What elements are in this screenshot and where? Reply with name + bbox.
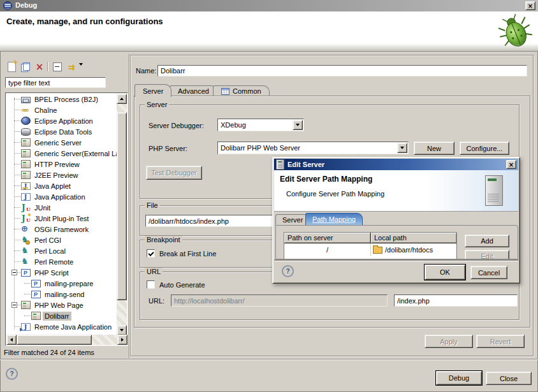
window-titlebar[interactable]: Debug × <box>0 0 538 11</box>
edit-server-header: Edit Server Path Mapping Configure Serve… <box>274 170 518 212</box>
cancel-button[interactable]: Cancel <box>470 266 507 279</box>
tree-item-junit-plugin-test[interactable]: JUnit Plug-in Test <box>6 213 117 224</box>
tree-item-perl-cgi[interactable]: Perl CGI <box>6 235 117 245</box>
close-button[interactable]: Close <box>486 372 532 385</box>
tab-server[interactable]: Server <box>134 84 171 97</box>
add-mapping-button[interactable]: Add <box>465 235 509 247</box>
vertical-scroll-thumb[interactable] <box>117 112 127 300</box>
path-mapping-table[interactable]: Path on server Local path / /dolibarr/ht… <box>284 232 457 259</box>
column-header-path-on-server[interactable]: Path on server <box>284 233 371 243</box>
name-input[interactable] <box>157 65 527 76</box>
help-button[interactable]: ? <box>6 368 18 380</box>
collapse-expander-icon[interactable] <box>11 270 17 275</box>
filter-input[interactable] <box>5 77 106 88</box>
java-icon <box>21 193 31 201</box>
tree-horizontal-scrollbar[interactable] <box>6 335 127 345</box>
window-title: Debug <box>15 1 37 9</box>
tree-item-perl-remote[interactable]: Perl Remote <box>6 256 117 267</box>
table-cell-path[interactable]: / <box>284 243 371 256</box>
perl-camel-icon <box>21 258 31 266</box>
chevron-down-icon <box>400 147 404 151</box>
debug-button[interactable]: Debug <box>436 371 482 385</box>
tree-item-mailing-send[interactable]: mailing-send <box>6 289 117 300</box>
edit-server-close-button[interactable]: × <box>506 160 516 169</box>
collapse-all-icon <box>53 62 62 71</box>
breakpoint-group-title: Breakpoint <box>145 236 182 243</box>
eclipse-logo-icon <box>3 1 12 10</box>
tree-item-j2ee-preview[interactable]: J2EE Preview <box>6 170 117 180</box>
tree-item-remote-java-application[interactable]: Remote Java Application <box>6 321 117 332</box>
duplicate-configuration-button[interactable] <box>19 61 32 73</box>
combo-dropdown-button[interactable] <box>293 120 303 130</box>
auto-generate-checkbox[interactable] <box>147 280 155 289</box>
tree-item-java-applet[interactable]: Java Applet <box>6 180 117 191</box>
scroll-down-button[interactable] <box>117 325 127 335</box>
scroll-up-button[interactable] <box>117 94 127 104</box>
path-mapping-tab-content: Path on server Local path / /dolibarr/ht… <box>275 225 518 259</box>
tree-item-eclipse-data-tools[interactable]: Eclipse Data Tools <box>6 126 117 137</box>
break-first-line-checkbox[interactable] <box>147 249 155 258</box>
tree-item-perl-local[interactable]: Perl Local <box>6 245 117 256</box>
junit-plugin-icon <box>21 214 31 223</box>
window-close-button[interactable]: × <box>525 1 535 10</box>
chain-icon <box>21 106 31 115</box>
configuration-tree[interactable]: BPEL Process (B2J) Chaîne Eclipse Applic… <box>5 92 128 346</box>
collapse-expander-icon[interactable] <box>11 302 17 308</box>
apply-button[interactable]: Apply <box>425 335 473 348</box>
arrow-down-icon <box>120 329 124 333</box>
dialog-tab-path-mapping[interactable]: Path Mapping <box>305 213 363 225</box>
tab-advanced[interactable]: Advanced <box>170 85 217 96</box>
tree-item-php-script[interactable]: PHP Script <box>6 267 117 278</box>
tree-item-http-preview[interactable]: HTTP Preview <box>6 159 117 170</box>
edit-server-title: Edit Server <box>287 161 324 168</box>
combo-dropdown-button[interactable] <box>397 143 407 153</box>
tree-item-chaine[interactable]: Chaîne <box>6 105 117 115</box>
scroll-left-button[interactable] <box>6 335 17 345</box>
tree-item-java-application[interactable]: Java Application <box>6 191 117 202</box>
tree-item-osgi-framework[interactable]: OSGi Framework <box>6 224 117 235</box>
php-icon <box>31 291 41 298</box>
tree-item-generic-server-external[interactable]: Generic Server(External La <box>6 148 117 159</box>
tree-item-junit[interactable]: JUnit <box>6 202 117 213</box>
edit-mapping-button[interactable]: Edit <box>465 250 509 259</box>
tab-common[interactable]: Common <box>213 85 270 96</box>
scroll-right-button[interactable] <box>117 335 127 345</box>
dialog-help-button[interactable]: ? <box>282 265 294 277</box>
break-first-line-label: Break at First Line <box>159 250 216 258</box>
column-header-local-path[interactable]: Local path <box>371 233 456 243</box>
tree-item-generic-server[interactable]: Generic Server <box>6 137 117 148</box>
table-cell-local-path[interactable]: /dolibarr/htdocs <box>371 243 456 256</box>
tree-item-bpel-process[interactable]: BPEL Process (B2J) <box>6 94 117 105</box>
filter-configurations-button[interactable] <box>65 61 78 73</box>
php-icon <box>31 280 41 287</box>
horizontal-scroll-thumb[interactable] <box>17 335 92 345</box>
delete-configuration-button[interactable] <box>33 61 46 73</box>
url-label: URL: <box>149 297 164 305</box>
duplicate-configuration-icon <box>21 62 31 72</box>
server-debugger-combo[interactable]: XDebug <box>217 119 304 131</box>
new-configuration-button[interactable] <box>5 61 18 73</box>
edit-server-titlebar[interactable]: Edit Server × <box>274 159 518 170</box>
arrow-right-icon <box>121 338 126 342</box>
ok-button[interactable]: OK <box>425 265 465 280</box>
php-server-combo[interactable]: Dolibarr PHP Web Server <box>217 142 409 154</box>
configure-server-button[interactable]: Configure... <box>460 142 509 155</box>
junit-icon <box>21 203 31 212</box>
tree-item-php-web-page[interactable]: PHP Web Page <box>6 300 117 310</box>
url-base-input <box>171 294 388 307</box>
tree-vertical-scrollbar[interactable] <box>117 94 127 335</box>
sash-divider[interactable] <box>129 54 129 358</box>
url-file-input[interactable] <box>394 294 518 307</box>
tree-item-mailing-prepare[interactable]: mailing-prepare <box>6 278 117 289</box>
file-group-title: File <box>145 201 160 209</box>
collapse-all-button[interactable] <box>51 61 64 73</box>
revert-button[interactable]: Revert <box>476 335 525 348</box>
new-server-button[interactable]: New <box>414 142 454 155</box>
test-debugger-button[interactable]: Test Debugger <box>146 166 202 180</box>
server-icon <box>21 301 31 309</box>
plugin-spark-icon <box>27 213 31 217</box>
tree-item-dolibarr[interactable]: Dolibarr <box>6 310 117 321</box>
tree-item-eclipse-application[interactable]: Eclipse Application <box>6 115 117 126</box>
filter-menu-dropdown[interactable] <box>79 66 83 73</box>
edit-server-heading: Edit Server Path Mapping <box>280 175 372 184</box>
